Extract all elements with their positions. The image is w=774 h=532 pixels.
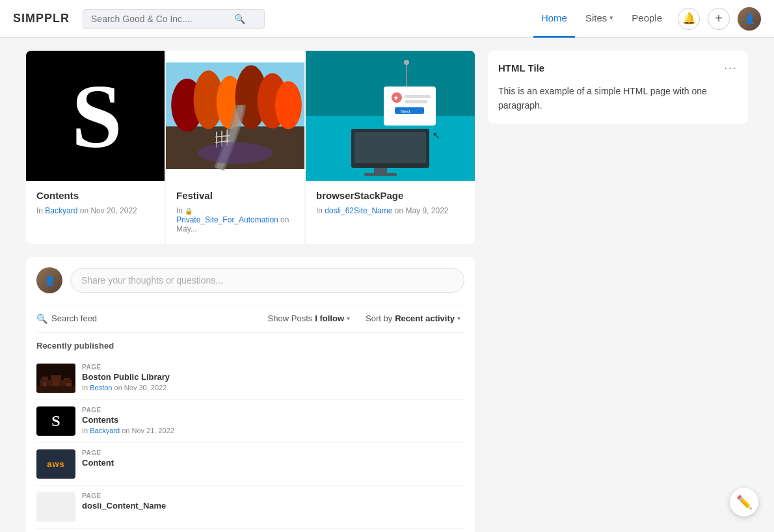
show-posts-label: Show Posts [268,313,313,323]
card-contents-site[interactable]: Backyard [45,206,77,215]
card-browserstack-title: browserStackPage [316,190,464,201]
svg-rect-32 [42,377,48,380]
pub-item-contents[interactable]: S PAGE Contents In Backyard on Nov 21, 2… [36,400,464,443]
html-tile-content: This is an example of a simple HTML page… [498,84,738,113]
svg-rect-38 [66,383,71,386]
card-contents-title: Contents [36,190,154,201]
floating-action-button[interactable]: ✏️ [730,488,758,516]
compose-avatar: 👤 [36,267,62,293]
lock-icon: 🔒 [185,207,193,215]
nav-people[interactable]: People [624,0,670,38]
svg-rect-35 [36,386,75,393]
svg-rect-25 [405,95,431,98]
bell-icon[interactable]: 🔔 [678,8,700,30]
pub-title-contents: Contents [82,415,464,425]
svg-point-13 [198,142,273,164]
svg-rect-18 [374,168,387,173]
posts-filter-chevron: ▾ [347,315,350,322]
card-festival-title: Festival [176,190,294,201]
recently-published-label: Recently published [36,341,464,351]
card-browserstack-image: ♥ Next ↖ [306,51,475,181]
search-icon[interactable]: 🔍 [234,14,245,24]
pub-title-dosli: dosli_Content_Name [82,501,464,511]
svg-text:↖: ↖ [433,130,440,140]
pub-site-bpl[interactable]: Boston [90,384,112,392]
pub-meta-contents: In Backyard on Nov 21, 2022 [82,427,464,434]
card-festival-image [166,51,304,181]
svg-text:♥: ♥ [394,94,398,101]
sort-filter-value: Recent activity [395,313,455,323]
svg-rect-17 [354,132,426,163]
pub-site-contents[interactable]: Backyard [90,427,120,434]
phishing-svg: ♥ Next ↖ [306,51,475,181]
right-column: HTML Tile ··· This is an example of a si… [488,51,748,532]
card-festival-site[interactable]: Private_Site_For_Automation [176,215,278,224]
html-tile-header: HTML Tile ··· [498,61,738,75]
pub-thumb-aws: aws [36,449,75,479]
pub-thumb-dosli [36,492,75,522]
left-column: S Contents In Backyard on Nov 20, 2022 [26,51,475,532]
nav-links: Home Sites ▾ People [533,0,670,38]
pub-title-bpl: Boston Public Library [82,372,464,382]
search-feed-label: Search feed [51,313,97,323]
svg-rect-26 [405,100,427,103]
pub-item-content-aws[interactable]: aws PAGE Content [36,443,464,486]
chevron-down-icon: ▾ [609,14,613,22]
card-contents-date: on Nov 20, 2022 [80,206,137,215]
compose-input[interactable]: Share your thoughts or questions... [70,268,464,293]
card-festival[interactable]: Festival In 🔒Private_Site_For_Automation… [166,51,304,244]
svg-rect-37 [53,380,59,386]
pub-title-aws: Content [82,458,464,468]
pub-item-bpl[interactable]: PAGE Boston Public Library In Boston on … [36,357,464,400]
html-tile: HTML Tile ··· This is an example of a si… [488,51,748,124]
card-contents-image: S [26,51,165,181]
nav-home[interactable]: Home [533,0,575,38]
card-browserstack-meta: In dosli_62Site_Name on May 9, 2022 [316,206,464,215]
card-contents[interactable]: S Contents In Backyard on Nov 20, 2022 [26,51,165,244]
card-browserstack-date: on May 9, 2022 [395,206,449,215]
search-bar[interactable]: 🔍 [83,9,265,29]
edit-icon: ✏️ [736,494,753,510]
card-browserstack-site[interactable]: dosli_62Site_Name [325,206,392,215]
sort-filter-chevron: ▾ [457,315,460,322]
svg-rect-36 [43,382,46,386]
svg-rect-20 [384,86,436,126]
html-tile-menu-icon[interactable]: ··· [724,61,738,75]
search-input[interactable] [91,14,234,24]
sort-by-filter[interactable]: Sort by Recent activity ▾ [362,311,464,326]
pub-type-bpl: PAGE [82,364,464,371]
svg-rect-34 [64,378,70,380]
compose-box: 👤 Share your thoughts or questions... [36,267,464,293]
navbar: SIMPPLR 🔍 Home Sites ▾ People 🔔 + 👤 [0,0,774,38]
pub-thumb-contents: S [36,406,75,436]
navbar-icons: 🔔 + 👤 [678,7,761,31]
brand-logo[interactable]: SIMPPLR [13,12,70,25]
forest-svg [166,51,304,181]
feed-container: 👤 Share your thoughts or questions... 🔍 … [26,257,475,532]
search-feed-icon: 🔍 [36,313,47,324]
svg-text:Next: Next [401,109,410,114]
main-content: S Contents In Backyard on Nov 20, 2022 [13,38,761,532]
add-button[interactable]: + [708,8,730,30]
pub-date-contents: on Nov 21, 2022 [122,427,174,434]
svg-point-22 [404,60,409,65]
featured-cards: S Contents In Backyard on Nov 20, 2022 [26,51,475,244]
card-festival-meta: In 🔒Private_Site_For_Automation on May..… [176,206,294,233]
pub-thumb-bpl [36,364,75,393]
pub-type-contents: PAGE [82,406,464,414]
pub-type-dosli: PAGE [82,492,464,499]
svg-point-7 [275,81,302,129]
posts-filter-value: I follow [315,313,344,323]
svg-rect-33 [51,375,61,380]
show-posts-filter[interactable]: Show Posts I follow ▾ [264,311,354,326]
avatar[interactable]: 👤 [738,7,761,31]
card-browserstack[interactable]: ♥ Next ↖ browserStackPage In dosli_62 [306,51,475,244]
pub-item-dosli[interactable]: PAGE dosli_Content_Name [36,486,464,529]
card-contents-meta: In Backyard on Nov 20, 2022 [36,206,154,215]
search-feed[interactable]: 🔍 Search feed [36,313,97,324]
svg-rect-19 [364,173,397,176]
html-tile-title: HTML Tile [498,62,544,73]
sort-by-label: Sort by [366,313,392,323]
nav-sites[interactable]: Sites ▾ [578,0,621,38]
pub-type-aws: PAGE [82,449,464,457]
